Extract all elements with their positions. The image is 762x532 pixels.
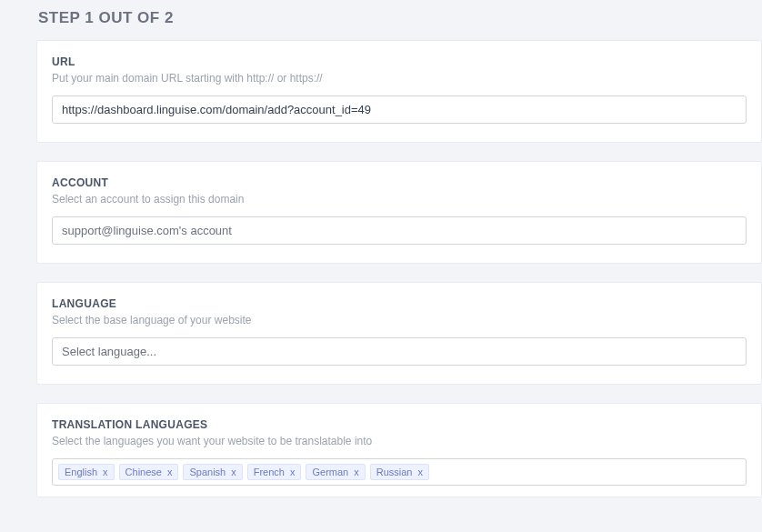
url-help: Put your main domain URL starting with h… <box>52 72 747 85</box>
language-tag: Englishx <box>58 464 115 480</box>
remove-tag-icon[interactable]: x <box>290 467 296 477</box>
language-tag: Germanx <box>306 464 365 480</box>
remove-tag-icon[interactable]: x <box>417 467 423 477</box>
language-tag: Spanishx <box>183 464 242 480</box>
language-panel: LANGUAGE Select the base language of you… <box>36 282 762 385</box>
translation-tag-input[interactable]: EnglishxChinesexSpanishxFrenchxGermanxRu… <box>52 458 747 486</box>
account-help: Select an account to assign this domain <box>52 193 747 206</box>
translation-help: Select the languages you want your websi… <box>52 435 747 447</box>
language-tag: Russianx <box>370 464 429 480</box>
url-label: URL <box>52 55 747 68</box>
language-select[interactable]: Select language... <box>52 337 747 366</box>
remove-tag-icon[interactable]: x <box>231 467 236 477</box>
language-tag-label: Russian <box>376 467 413 477</box>
url-panel: URL Put your main domain URL starting wi… <box>36 40 762 143</box>
remove-tag-icon[interactable]: x <box>167 467 173 477</box>
account-select[interactable]: support@linguise.com's account <box>52 216 747 245</box>
remove-tag-icon[interactable]: x <box>103 467 108 477</box>
language-tag: Frenchx <box>247 464 302 480</box>
language-tag: Chinesex <box>119 464 179 480</box>
account-panel: ACCOUNT Select an account to assign this… <box>36 161 762 264</box>
language-tag-label: French <box>254 467 285 477</box>
step-title: STEP 1 OUT OF 2 <box>0 0 762 40</box>
language-help: Select the base language of your website <box>52 314 747 326</box>
language-tag-label: English <box>65 467 97 477</box>
language-tag-label: Spanish <box>189 467 226 477</box>
language-label: LANGUAGE <box>52 297 747 310</box>
translation-label: TRANSLATION LANGUAGES <box>52 418 747 431</box>
language-tag-label: Chinese <box>125 467 162 477</box>
url-input[interactable] <box>52 95 747 124</box>
account-label: ACCOUNT <box>52 176 747 189</box>
translation-panel: TRANSLATION LANGUAGES Select the languag… <box>36 403 762 497</box>
remove-tag-icon[interactable]: x <box>354 467 359 477</box>
language-tag-label: German <box>312 467 348 477</box>
